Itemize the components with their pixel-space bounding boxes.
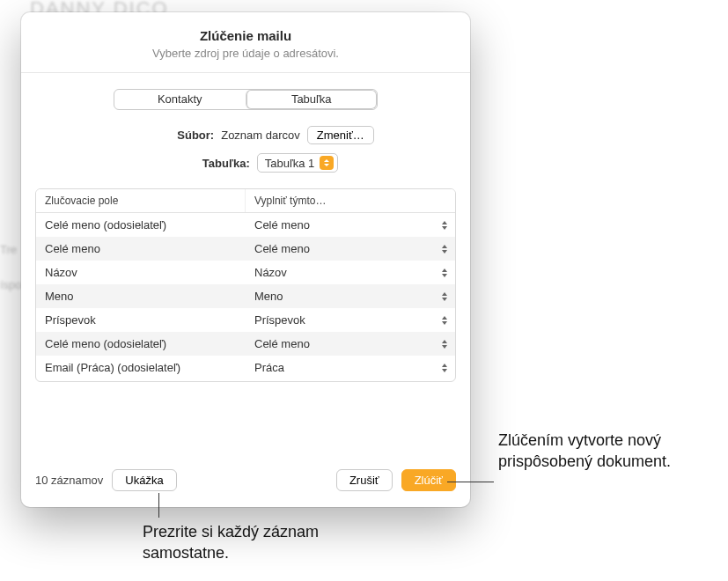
fill-with-cell[interactable]: Celé meno bbox=[246, 242, 455, 256]
callout-merge: Zlúčením vytvorte nový prispôsobený doku… bbox=[498, 430, 718, 473]
table-body[interactable]: Celé meno (odosielateľ)Celé menoCelé men… bbox=[36, 213, 455, 381]
chevron-up-down-icon bbox=[439, 337, 450, 351]
fill-with-value: Meno bbox=[254, 290, 283, 303]
fill-with-cell[interactable]: Názov bbox=[246, 266, 455, 280]
chevron-up-down-icon bbox=[439, 313, 450, 327]
merge-field-cell: Meno bbox=[36, 290, 246, 303]
merge-field-cell: Celé meno (odosielateľ) bbox=[36, 218, 246, 232]
chevron-up-down-icon bbox=[439, 290, 450, 304]
merge-field-cell: Príspevok bbox=[36, 313, 246, 327]
fill-with-value: Príspevok bbox=[254, 313, 305, 327]
merge-field-cell: Celé meno bbox=[36, 242, 246, 255]
preview-button[interactable]: Ukážka bbox=[112, 469, 176, 491]
table-row: Celé meno (odosielateľ)Celé meno bbox=[36, 213, 455, 237]
record-count: 10 záznamov bbox=[35, 474, 103, 487]
file-label: Súbor: bbox=[117, 129, 214, 142]
chevron-up-down-icon bbox=[320, 156, 334, 170]
table-row: MenoMeno bbox=[36, 284, 455, 308]
table-select-popup[interactable]: Tabuľka 1 bbox=[257, 153, 339, 173]
table-row: Celé meno (odosielateľ)Celé meno bbox=[36, 332, 455, 356]
fill-with-value: Celé meno bbox=[254, 218, 310, 232]
table-row: Celé menoCelé meno bbox=[36, 237, 455, 261]
table-header: Zlučovacie pole Vyplniť týmto… bbox=[36, 189, 455, 213]
chevron-up-down-icon bbox=[439, 266, 450, 280]
sheet-header: Zlúčenie mailu Vyberte zdroj pre údaje o… bbox=[21, 12, 470, 73]
fill-with-cell[interactable]: Práca bbox=[246, 361, 455, 375]
fill-with-value: Práca bbox=[254, 361, 284, 374]
table-select-value: Tabuľka 1 bbox=[265, 157, 315, 170]
merge-fields-table: Zlučovacie pole Vyplniť týmto… Celé meno… bbox=[35, 188, 456, 382]
fill-with-value: Celé meno bbox=[254, 242, 310, 255]
file-value: Zoznam darcov bbox=[221, 129, 300, 142]
chevron-up-down-icon bbox=[439, 242, 450, 256]
merge-field-cell: Celé meno (odosielateľ) bbox=[36, 337, 246, 350]
sheet-body: Kontakty Tabuľka Súbor: Zoznam darcov Zm… bbox=[21, 73, 470, 455]
fill-with-value: Celé meno bbox=[254, 337, 310, 350]
fill-with-cell[interactable]: Príspevok bbox=[246, 313, 455, 327]
mail-merge-sheet: Zlúčenie mailu Vyberte zdroj pre údaje o… bbox=[21, 12, 470, 507]
callout-line-preview bbox=[158, 493, 159, 518]
merge-field-cell: Názov bbox=[36, 266, 246, 279]
chevron-up-down-icon bbox=[439, 218, 450, 232]
fill-with-cell[interactable]: Meno bbox=[246, 290, 455, 304]
merge-field-cell: Email (Práca) (odosielateľ) bbox=[36, 361, 246, 374]
sheet-title: Zlúčenie mailu bbox=[35, 28, 456, 43]
cancel-button[interactable]: Zrušiť bbox=[336, 469, 393, 491]
source-segmented-control: Kontakty Tabuľka bbox=[114, 89, 378, 110]
col-merge-field: Zlučovacie pole bbox=[36, 189, 246, 212]
fill-with-value: Názov bbox=[254, 266, 287, 279]
file-row: Súbor: Zoznam darcov Zmeniť… bbox=[35, 126, 456, 144]
sheet-footer: 10 záznamov Ukážka Zrušiť Zlúčiť bbox=[21, 455, 470, 507]
table-row: Email (Práca) (odosielateľ)Práca bbox=[36, 356, 455, 379]
callout-line-merge bbox=[447, 482, 494, 482]
fill-with-cell[interactable]: Celé meno bbox=[246, 218, 455, 232]
bg-side-1: Tre bbox=[0, 238, 17, 262]
change-file-button[interactable]: Zmeniť… bbox=[307, 126, 374, 144]
table-row: Tabuľka: Tabuľka 1 bbox=[35, 153, 456, 173]
sheet-subtitle: Vyberte zdroj pre údaje o adresátovi. bbox=[35, 47, 456, 60]
tab-table[interactable]: Tabuľka bbox=[246, 90, 378, 109]
fill-with-cell[interactable]: Celé meno bbox=[246, 337, 455, 351]
table-label: Tabuľka: bbox=[153, 157, 250, 170]
bg-side-2: íspo bbox=[0, 273, 22, 298]
callout-preview: Prezrite si každý záznam samostatne. bbox=[143, 521, 371, 564]
merge-button[interactable]: Zlúčiť bbox=[401, 469, 456, 491]
table-row: PríspevokPríspevok bbox=[36, 308, 455, 332]
chevron-up-down-icon bbox=[439, 361, 450, 375]
col-fill-with: Vyplniť týmto… bbox=[246, 189, 455, 212]
table-row: NázovNázov bbox=[36, 261, 455, 284]
tab-contacts[interactable]: Kontakty bbox=[114, 90, 246, 109]
